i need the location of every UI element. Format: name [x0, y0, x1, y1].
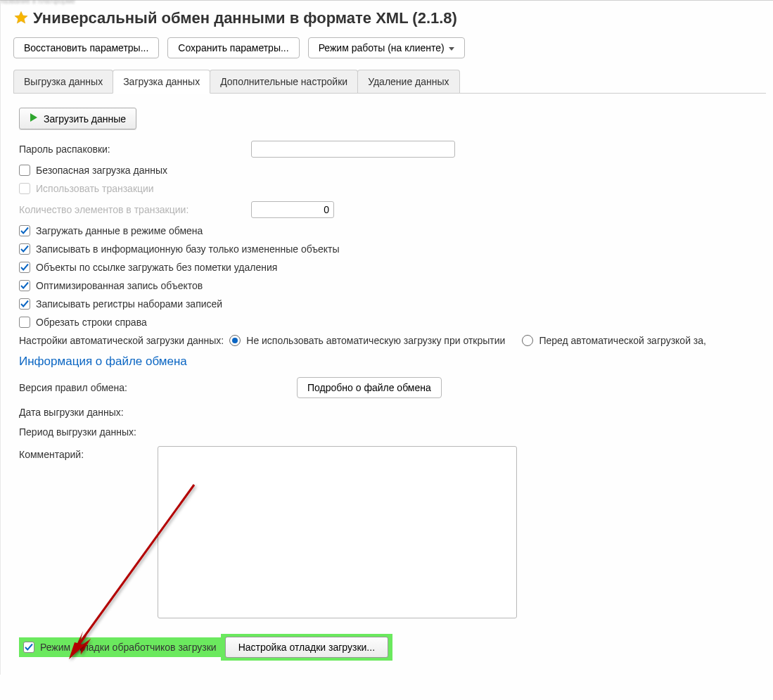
- comment-textarea[interactable]: [158, 446, 517, 618]
- tab-export[interactable]: Выгрузка данных: [13, 70, 113, 93]
- comment-row: Комментарий:: [19, 446, 760, 618]
- load-data-button[interactable]: Загрузить данные: [19, 108, 136, 129]
- use-transactions-row: Использовать транзакции: [19, 183, 760, 194]
- tabs: Выгрузка данных Загрузка данных Дополнит…: [13, 70, 766, 94]
- opt2-label: Записывать в информационную базу только …: [36, 243, 340, 255]
- use-transactions-label: Использовать транзакции: [36, 183, 154, 194]
- page-title: Универсальный обмен данными в формате XM…: [33, 9, 457, 27]
- star-icon[interactable]: [13, 10, 29, 27]
- load-data-label: Загрузить данные: [44, 113, 126, 125]
- safe-load-label: Безопасная загрузка данных: [36, 165, 167, 176]
- opt2-row: Записывать в информационную базу только …: [19, 243, 760, 255]
- opt3-row: Объекты по ссылке загружать без пометки …: [19, 262, 760, 273]
- exchange-file-info-heading: Информация о файле обмена: [19, 355, 760, 369]
- tx-count-input[interactable]: [251, 201, 334, 218]
- tx-count-label: Количество элементов в транзакции:: [19, 204, 251, 215]
- tx-count-row: Количество элементов в транзакции:: [19, 201, 760, 218]
- radio-before-autoload[interactable]: [522, 335, 533, 346]
- file-details-button[interactable]: Подробно о файле обмена: [297, 377, 442, 398]
- export-period-label: Период выгрузки данных:: [19, 426, 297, 438]
- opt4-row: Оптимизированная запись объектов: [19, 280, 760, 291]
- mode-dropdown-button[interactable]: Режим работы (на клиенте): [308, 37, 465, 58]
- radio-no-autoload[interactable]: [229, 335, 241, 346]
- radio-no-autoload-label: Не использовать автоматическую загрузку …: [246, 335, 505, 346]
- debug-mode-highlight: Режим отладки обработчиков загрузки: [19, 637, 221, 657]
- password-input[interactable]: [251, 141, 455, 158]
- opt6-label: Обрезать строки справа: [36, 317, 147, 328]
- opt1-checkbox[interactable]: [19, 225, 30, 236]
- restore-params-button[interactable]: Восстановить параметры...: [13, 37, 159, 58]
- opt5-label: Записывать регистры наборами записей: [36, 298, 222, 310]
- autoload-row: Настройки автоматической загрузки данных…: [19, 335, 760, 346]
- opt1-row: Загружать данные в режиме обмена: [19, 225, 760, 236]
- use-transactions-checkbox: [19, 183, 30, 194]
- export-period-row: Период выгрузки данных:: [19, 426, 760, 438]
- password-label: Пароль распаковки:: [19, 144, 251, 155]
- opt6-row: Обрезать строки справа: [19, 317, 760, 328]
- tab-settings[interactable]: Дополнительные настройки: [210, 70, 358, 93]
- tab-import[interactable]: Загрузка данных: [113, 70, 210, 94]
- debug-row: Режим отладки обработчиков загрузки Наст…: [19, 634, 760, 661]
- save-params-button[interactable]: Сохранить параметры...: [167, 37, 299, 58]
- title-row: Универсальный обмен данными в формате XM…: [13, 9, 766, 27]
- play-icon: [30, 113, 38, 125]
- opt2-checkbox[interactable]: [19, 243, 30, 255]
- tab-delete[interactable]: Удаление данных: [357, 70, 459, 93]
- radio-before-autoload-label: Перед автоматической загрузкой за,: [539, 335, 706, 346]
- opt5-checkbox[interactable]: [19, 298, 30, 310]
- opt6-checkbox[interactable]: [19, 317, 30, 328]
- debug-settings-button[interactable]: Настройка отладки загрузки...: [225, 637, 388, 658]
- debug-mode-label: Режим отладки обработчиков загрузки: [40, 642, 217, 653]
- debug-settings-highlight: Настройка отладки загрузки...: [221, 634, 392, 661]
- debug-mode-checkbox[interactable]: [23, 642, 34, 653]
- comment-label: Комментарий:: [19, 446, 158, 460]
- safe-load-checkbox[interactable]: [19, 165, 30, 176]
- tab-content: Загрузить данные Пароль распаковки: Безо…: [13, 101, 766, 668]
- opt4-checkbox[interactable]: [19, 280, 30, 291]
- toolbar: Восстановить параметры... Сохранить пара…: [13, 37, 766, 58]
- export-date-label: Дата выгрузки данных:: [19, 407, 297, 418]
- opt4-label: Оптимизированная запись объектов: [36, 280, 203, 291]
- opt3-label: Объекты по ссылке загружать без пометки …: [36, 262, 277, 273]
- safe-load-row: Безопасная загрузка данных: [19, 165, 760, 176]
- opt5-row: Записывать регистры наборами записей: [19, 298, 760, 310]
- rules-version-label: Версия правил обмена:: [19, 382, 297, 393]
- autoload-label: Настройки автоматической загрузки данных…: [19, 335, 224, 346]
- password-row: Пароль распаковки:: [19, 141, 760, 158]
- rules-version-row: Версия правил обмена: Подробно о файле о…: [19, 377, 760, 398]
- page: Универсальный обмен данными в формате XM…: [0, 1, 773, 675]
- opt1-label: Загружать данные в режиме обмена: [36, 225, 203, 236]
- export-date-row: Дата выгрузки данных:: [19, 407, 760, 418]
- opt3-checkbox[interactable]: [19, 262, 30, 273]
